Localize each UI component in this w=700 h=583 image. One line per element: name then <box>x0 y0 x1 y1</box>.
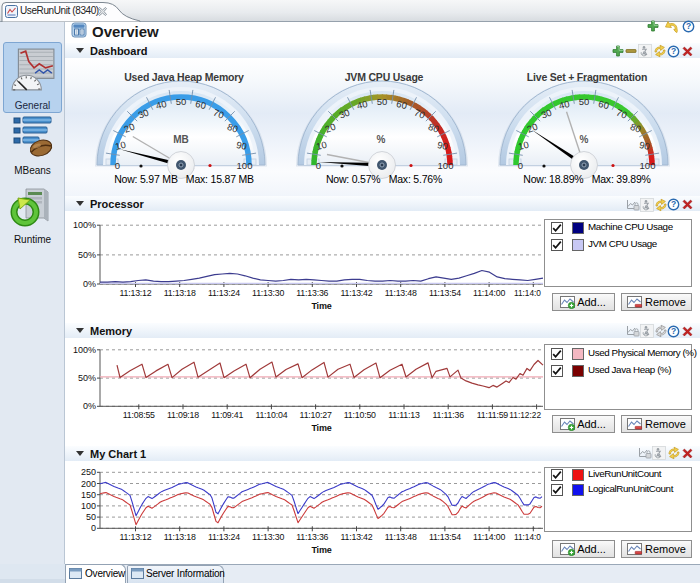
svg-text:11:14:00: 11:14:00 <box>473 532 505 542</box>
svg-text:100: 100 <box>640 160 656 171</box>
svg-text:11:11:13: 11:11:13 <box>388 410 420 420</box>
svg-text:11:13:18: 11:13:18 <box>164 288 196 298</box>
svg-text:50: 50 <box>176 96 187 107</box>
svg-text:11:13:48: 11:13:48 <box>385 532 417 542</box>
svg-text:11:14:0: 11:14:0 <box>514 532 541 542</box>
svg-text:11:13:48: 11:13:48 <box>385 288 417 298</box>
svg-text:0: 0 <box>518 160 523 171</box>
svg-text:50: 50 <box>377 96 388 107</box>
svg-text:250: 250 <box>81 467 96 477</box>
svg-text:11:13:54: 11:13:54 <box>429 532 461 542</box>
svg-text:11:14:00: 11:14:00 <box>473 288 505 298</box>
svg-text:11:13:54: 11:13:54 <box>429 288 461 298</box>
svg-text:?: ? <box>671 199 676 209</box>
svg-text:11:11:59: 11:11:59 <box>477 410 509 420</box>
svg-text:Time: Time <box>311 423 331 433</box>
svg-text:?: ? <box>671 326 676 336</box>
svg-text:11:10:27: 11:10:27 <box>300 410 332 420</box>
svg-text:150: 150 <box>81 490 96 500</box>
svg-text:11:08:55: 11:08:55 <box>123 410 155 420</box>
svg-text:11:13:36: 11:13:36 <box>296 288 328 298</box>
svg-text:11:10:50: 11:10:50 <box>344 410 376 420</box>
svg-text:Time: Time <box>311 545 331 555</box>
svg-text:11:13:24: 11:13:24 <box>208 288 240 298</box>
svg-text:11:13:42: 11:13:42 <box>341 532 373 542</box>
svg-text:11:10:04: 11:10:04 <box>255 410 287 420</box>
svg-text:200: 200 <box>81 479 96 489</box>
svg-text:11:13:12: 11:13:12 <box>120 288 152 298</box>
svg-text:100: 100 <box>237 160 253 171</box>
svg-text:50%: 50% <box>78 250 96 260</box>
svg-text:50: 50 <box>86 512 96 522</box>
svg-text:50%: 50% <box>78 373 96 383</box>
svg-text:11:13:30: 11:13:30 <box>252 288 284 298</box>
svg-text:100: 100 <box>81 501 96 511</box>
svg-text:11:13:18: 11:13:18 <box>164 532 196 542</box>
svg-text:11:13:24: 11:13:24 <box>208 532 240 542</box>
svg-text:11:09:41: 11:09:41 <box>211 410 243 420</box>
svg-text:?: ? <box>671 46 676 56</box>
svg-text:11:12:22: 11:12:22 <box>509 410 541 420</box>
svg-text:11:14:0: 11:14:0 <box>514 288 541 298</box>
svg-text:0: 0 <box>91 523 96 533</box>
svg-text:11:13:12: 11:13:12 <box>120 532 152 542</box>
svg-text:0%: 0% <box>83 279 96 289</box>
svg-text:100%: 100% <box>73 220 96 230</box>
svg-text:0: 0 <box>316 160 321 171</box>
svg-text:50: 50 <box>579 96 590 107</box>
svg-text:Time: Time <box>311 301 331 311</box>
svg-text:11:13:36: 11:13:36 <box>296 532 328 542</box>
svg-text:100: 100 <box>438 160 454 171</box>
svg-text:100%: 100% <box>73 345 96 355</box>
svg-text:11:11:36: 11:11:36 <box>433 410 465 420</box>
svg-text:0: 0 <box>115 160 120 171</box>
svg-text:?: ? <box>686 21 691 31</box>
svg-text:0%: 0% <box>83 401 96 411</box>
svg-text:11:09:18: 11:09:18 <box>167 410 199 420</box>
svg-text:11:13:30: 11:13:30 <box>252 532 284 542</box>
svg-text:11:13:42: 11:13:42 <box>341 288 373 298</box>
